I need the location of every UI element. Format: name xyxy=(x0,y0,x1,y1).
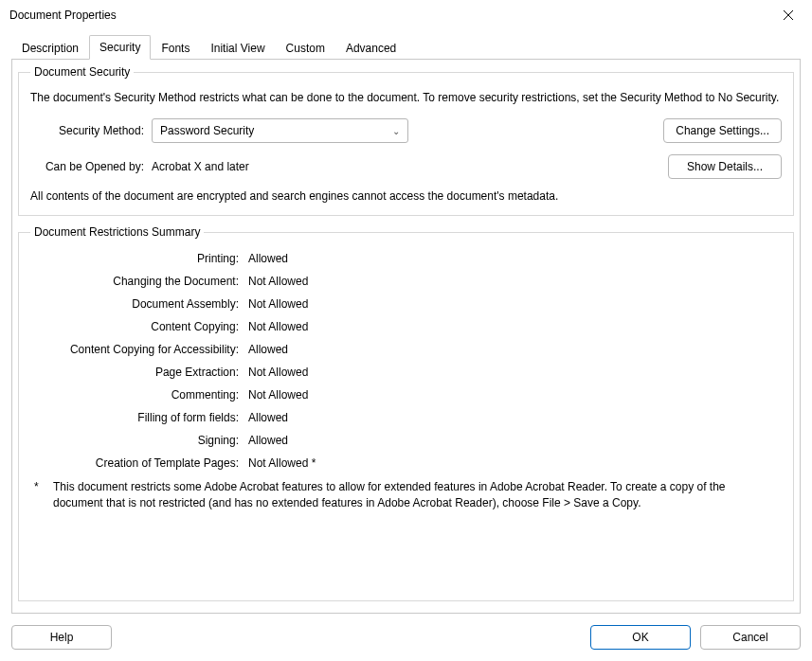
restriction-value: Not Allowed xyxy=(248,388,782,402)
tab-initial-view[interactable]: Initial View xyxy=(200,36,275,60)
restriction-value: Allowed xyxy=(248,434,782,447)
restriction-label: Creation of Template Pages: xyxy=(30,456,239,470)
footnote-marker: * xyxy=(34,479,44,509)
tab-security[interactable]: Security xyxy=(89,35,151,60)
restriction-label: Commenting: xyxy=(30,388,239,402)
security-description: The document's Security Method restricts… xyxy=(30,90,782,105)
cancel-button[interactable]: Cancel xyxy=(700,625,801,650)
restriction-value: Not Allowed xyxy=(248,320,782,333)
footnote-text: This document restricts some Adobe Acrob… xyxy=(53,479,778,509)
document-properties-dialog: Document Properties Description Security… xyxy=(0,0,812,661)
encryption-note: All contents of the document are encrypt… xyxy=(30,188,782,204)
restrictions-group: Document Restrictions Summary Printing: … xyxy=(18,225,794,601)
restriction-value: Not Allowed xyxy=(248,297,782,311)
help-button[interactable]: Help xyxy=(11,625,112,650)
restriction-label: Document Assembly: xyxy=(30,297,239,311)
tab-fonts[interactable]: Fonts xyxy=(151,36,200,60)
close-button[interactable] xyxy=(774,6,803,25)
opened-by-label: Can be Opened by: xyxy=(30,160,144,173)
tab-custom[interactable]: Custom xyxy=(276,36,335,60)
restrictions-legend: Document Restrictions Summary xyxy=(30,225,204,239)
restriction-value: Not Allowed xyxy=(248,366,782,379)
security-method-value: Password Security xyxy=(160,124,254,137)
restriction-label: Printing: xyxy=(30,252,239,265)
ok-button[interactable]: OK xyxy=(590,625,691,650)
show-details-button[interactable]: Show Details... xyxy=(668,154,782,179)
restriction-value: Allowed xyxy=(248,411,782,424)
tab-description[interactable]: Description xyxy=(11,36,89,60)
restriction-label: Content Copying for Accessibility: xyxy=(30,343,239,356)
document-security-legend: Document Security xyxy=(30,65,134,79)
restriction-label: Content Copying: xyxy=(30,320,239,333)
restriction-label: Changing the Document: xyxy=(30,275,239,288)
restrictions-list: Printing: Allowed Changing the Document:… xyxy=(30,252,782,470)
chevron-down-icon: ⌄ xyxy=(392,126,400,136)
security-method-row: Security Method: Password Security ⌄ Cha… xyxy=(30,118,782,143)
restrictions-footnote: * This document restricts some Adobe Acr… xyxy=(30,479,782,509)
tab-advanced[interactable]: Advanced xyxy=(335,36,406,60)
restriction-label: Signing: xyxy=(30,434,239,447)
document-security-group: Document Security The document's Securit… xyxy=(18,65,794,216)
tab-strip: Description Security Fonts Initial View … xyxy=(11,34,801,59)
change-settings-button[interactable]: Change Settings... xyxy=(663,118,782,143)
dialog-content: Description Security Fonts Initial View … xyxy=(0,28,812,614)
opened-by-row: Can be Opened by: Acrobat X and later Sh… xyxy=(30,154,782,179)
tab-panel-security: Document Security The document's Securit… xyxy=(11,59,801,614)
titlebar: Document Properties xyxy=(0,0,812,28)
security-method-select[interactable]: Password Security ⌄ xyxy=(152,118,408,143)
dialog-footer: Help OK Cancel xyxy=(0,614,812,661)
window-title: Document Properties xyxy=(9,9,117,22)
restriction-value: Allowed xyxy=(248,252,782,265)
restriction-value: Not Allowed * xyxy=(248,456,782,470)
close-icon xyxy=(784,10,793,20)
restriction-value: Not Allowed xyxy=(248,275,782,288)
opened-by-value: Acrobat X and later xyxy=(152,160,249,173)
restriction-label: Page Extraction: xyxy=(30,366,239,379)
restriction-value: Allowed xyxy=(248,343,782,356)
security-method-label: Security Method: xyxy=(30,124,144,137)
restriction-label: Filling of form fields: xyxy=(30,411,239,424)
